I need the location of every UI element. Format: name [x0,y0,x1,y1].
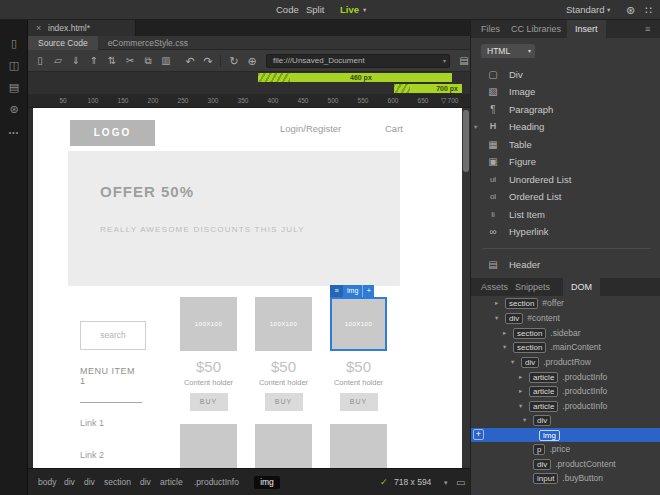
globe-icon[interactable]: ⊕ [244,50,260,72]
insert-item-paragraph[interactable]: ¶ Paragraph [471,101,660,118]
url-caret-icon[interactable]: ▾ [443,55,446,67]
window-size-value[interactable]: 718 x 594 [394,469,431,495]
preview-icon[interactable]: ▥ [158,50,174,72]
undo-icon[interactable]: ↶ [182,50,198,72]
product-image-placeholder[interactable]: 100X100 [255,297,312,351]
login-register-link[interactable]: Login/Register [280,123,341,134]
chevron-right-icon[interactable]: ▸ [519,373,529,381]
cut-icon[interactable]: ✂ [122,50,138,72]
preview-device-icon[interactable]: ▭ [456,469,465,495]
copy-icon[interactable]: ⧉ [140,50,156,72]
new-file-icon[interactable]: ▯ [32,50,48,72]
insert-item-header[interactable]: ▤ Header [471,256,660,273]
dom-node-div-productcontent[interactable]: div .productContent [471,457,660,471]
chevron-down-icon[interactable]: ▾ [523,416,533,424]
tab-files[interactable]: Files [481,20,500,38]
window-size-caret-icon[interactable]: ▾ [444,469,448,495]
pages-icon[interactable]: ▯ [0,36,28,50]
dom-node-div-content[interactable]: ▾ div #content [471,311,660,325]
workspace-caret-icon[interactable]: ▾ [607,0,610,20]
sidebar-link-1[interactable]: Link 1 [80,418,104,428]
dom-node-section-maincontent[interactable]: ▾ section .mainContent [471,340,660,354]
panel-menu-icon[interactable]: ≡ [645,20,650,38]
tab-dom[interactable]: DOM [563,278,600,296]
size-ruler-460[interactable]: 460 px [258,73,452,82]
dom-node-p-price[interactable]: p .price [471,442,660,456]
settings-icon[interactable]: ⊛ [0,102,28,116]
chevron-right-icon[interactable]: ▾ [474,118,477,135]
refresh-icon[interactable]: ↻ [226,50,242,72]
upload-icon[interactable]: ⇑ [86,50,102,72]
sidebar-link-2[interactable]: Link 2 [80,450,104,460]
workspace-dropdown[interactable]: Standard [566,0,605,20]
scrollbar-thumb[interactable] [463,110,469,172]
product-image-placeholder[interactable]: 100X100 [180,297,237,351]
sidebar-menu-title[interactable]: MENU ITEM 1 [80,366,142,403]
tag-div[interactable]: div [64,469,75,495]
search-input[interactable]: search [80,321,146,350]
tag-img-selected[interactable]: img [254,476,280,489]
canvas-scrollbar[interactable] [462,108,470,468]
size-ruler-700[interactable]: 700 px [394,84,462,93]
tag-section[interactable]: section [104,469,131,495]
more-tools-icon[interactable]: ••• [0,126,28,140]
workspace-grid-icon[interactable]: ∷ [645,0,652,20]
dom-node-img-selected[interactable]: img [471,428,660,442]
tag-article[interactable]: article [160,469,183,495]
view-mode-code[interactable]: Code [276,0,299,20]
add-element-icon[interactable]: + [362,285,374,297]
gear-icon[interactable]: ⊛ [626,0,635,20]
tag-div[interactable]: div [84,469,95,495]
buy-button[interactable]: BUY [190,393,228,411]
insert-item-hyperlink[interactable]: ∞ Hyperlink [471,223,660,240]
element-selection-label[interactable]: ≡ img + [330,285,374,297]
cart-link[interactable]: Cart [385,123,403,134]
tag-div[interactable]: div [140,469,151,495]
media-query-triangle-icon[interactable]: ▽ [441,94,446,108]
insert-item-unordered-list[interactable]: ul Unordered List [471,171,660,188]
chevron-right-icon[interactable]: ▸ [495,299,505,307]
view-mode-live[interactable]: Live [340,0,359,20]
page-logo[interactable]: LOGO [70,120,155,146]
tag-productinfo[interactable]: .productInfo [194,469,239,495]
offer-banner[interactable]: OFFER 50% REALLY AWESOME DISCOUNTS THIS … [68,151,400,286]
open-folder-icon[interactable]: ▱ [50,50,66,72]
split-view-icon[interactable]: ◫ [0,58,28,72]
dom-node-article-productinfo[interactable]: ▸ article .productInfo [471,384,660,398]
add-element-icon[interactable]: + [473,429,484,440]
tab-index-html[interactable]: × index.html* [28,20,136,36]
dom-node-div-productrow[interactable]: ▾ div .productRow [471,355,660,369]
chevron-right-icon[interactable]: ▸ [503,329,513,337]
save-icon[interactable]: ⇓ [68,50,84,72]
product-image-placeholder[interactable] [180,424,237,468]
dom-node-article-productinfo[interactable]: ▾ article .productInfo [471,399,660,413]
close-icon[interactable]: × [36,20,41,36]
insert-item-ordered-list[interactable]: ol Ordered List [471,188,660,205]
dom-node-input-buybutton[interactable]: input .buyButton [471,471,660,485]
tab-cc-libraries[interactable]: CC Libraries [511,20,561,38]
redo-icon[interactable]: ↷ [200,50,216,72]
product-image-placeholder[interactable] [255,424,312,468]
tag-body[interactable]: body [38,469,56,495]
buy-button[interactable]: BUY [265,393,303,411]
chevron-down-icon[interactable]: ▾ [511,358,521,366]
related-file-css[interactable]: eCommerceStyle.css [98,36,198,50]
chevron-down-icon[interactable]: ▾ [503,343,513,351]
dom-node-article-productinfo[interactable]: ▸ article .productInfo [471,370,660,384]
dom-node-section-offer[interactable]: ▸ section #offer [471,296,660,310]
url-bar[interactable]: file:///Unsaved_Document ▾ [266,54,450,68]
view-mode-split[interactable]: Split [306,0,324,20]
insert-item-image[interactable]: ▧ Image [471,83,660,100]
tab-assets[interactable]: Assets [481,278,508,296]
product-image-placeholder[interactable] [330,424,387,468]
tab-snippets[interactable]: Snippets [515,278,550,296]
insert-item-div[interactable]: ▢ Div [471,66,660,83]
insert-category-dropdown[interactable]: HTML ▾ [481,44,535,58]
chevron-right-icon[interactable]: ▸ [519,387,529,395]
buy-button[interactable]: BUY [340,393,378,411]
live-mode-caret-icon[interactable]: ▾ [363,0,366,20]
tab-insert[interactable]: Insert [567,20,606,38]
chevron-down-icon[interactable]: ▾ [495,314,505,322]
related-file-source-code[interactable]: Source Code [28,36,98,50]
selected-product-image[interactable]: 100X100 [330,297,387,351]
